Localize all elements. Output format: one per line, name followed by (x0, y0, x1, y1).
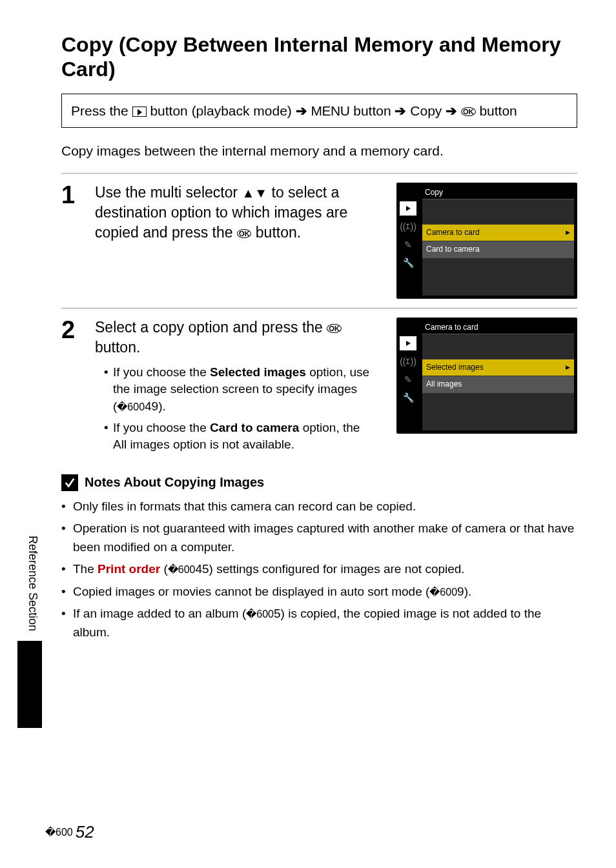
setup-tab-icon: 🔧 (400, 390, 416, 405)
menu-item-camera-to-card: Camera to card▶ (422, 224, 574, 241)
menu-label: MENU (311, 103, 350, 118)
page-title: Copy (Copy Between Internal Memory and M… (61, 32, 577, 82)
bullet-dot: • (104, 419, 108, 454)
n5a: If an image added to an album ( (73, 607, 246, 620)
step-number: 2 (61, 318, 81, 458)
step-2: 2 Select a copy option and press the OK … (61, 318, 577, 458)
intro-text: Copy images between the internal memory … (61, 141, 577, 161)
section-label: Reference Section (26, 536, 39, 631)
retouch-tab-icon: ✎ (400, 372, 416, 387)
setup-tab-icon: 🔧 (400, 256, 416, 270)
ref-icon: �600 (117, 401, 145, 412)
n3a: The (73, 562, 94, 576)
step-number: 1 (61, 183, 81, 299)
step2-text-a: Select a copy option and press the (95, 319, 323, 336)
notes-header: Notes About Copying Images (61, 474, 577, 491)
sub-bullet: • If you choose the Selected images opti… (95, 364, 375, 416)
note-item: • If an image added to an album (�6005) … (61, 605, 577, 641)
retouch-tab-icon: ✎ (400, 237, 416, 252)
arrow-icon: ➔ (296, 103, 307, 118)
ref-icon: �600 (429, 587, 457, 598)
caution-icon (61, 474, 78, 491)
step2-text-b: button. (95, 339, 140, 356)
path-playback: button (playback mode) (150, 103, 291, 118)
b1bold: Selected images (210, 365, 306, 379)
n3bold: Print order (98, 562, 160, 576)
antenna-tab-icon: ((ｴ)) (400, 354, 416, 368)
ok-icon: OK (327, 324, 342, 333)
camera-screen-camera-to-card: ((ｴ)) ✎ 🔧 Camera to card Selected images… (396, 318, 577, 434)
note-item: • Operation is not guaranteed with image… (61, 520, 577, 556)
bullet-dot: • (61, 498, 67, 516)
path-button-1: button (353, 103, 391, 118)
bullet-dot: • (61, 560, 67, 579)
page-footer: �600 52 (45, 822, 94, 842)
b1a: If you choose the (113, 365, 207, 379)
ref-section-icon: �600 (45, 826, 73, 838)
note-item: • The Print order (�60045) settings conf… (61, 560, 577, 579)
antenna-tab-icon: ((ｴ)) (400, 219, 416, 234)
sub-bullet: • If you choose the Card to camera optio… (95, 419, 375, 454)
navigation-path-box: Press the button (playback mode) ➔ MENU … (61, 94, 577, 128)
playback-icon (132, 106, 147, 117)
n3c: 45) settings configured for images are n… (195, 562, 464, 576)
path-press: Press the (71, 103, 128, 118)
path-copy: Copy (410, 103, 442, 118)
ok-icon: OK (461, 107, 476, 116)
section-tab (17, 641, 42, 728)
step-body: Select a copy option and press the OK bu… (95, 318, 382, 458)
b1c: 49). (145, 399, 166, 413)
n4a: Copied images or movies cannot be displa… (73, 585, 429, 598)
arrow-icon: ➔ (395, 103, 406, 118)
b2bold: Card to camera (210, 421, 299, 434)
playback-tab-icon (400, 201, 416, 216)
ref-icon: �600 (168, 564, 196, 575)
playback-tab-icon (400, 336, 416, 350)
step-body: Use the multi selector ▲▼ to select a de… (95, 183, 382, 299)
step-1: 1 Use the multi selector ▲▼ to select a … (61, 183, 577, 299)
note-text: Only files in formats that this camera c… (73, 498, 416, 516)
note-text: Operation is not guaranteed with images … (73, 520, 577, 556)
screen-title: Copy (422, 187, 446, 197)
page-number: 52 (76, 822, 94, 842)
notes-title: Notes About Copying Images (85, 475, 264, 490)
arrow-icon: ➔ (446, 103, 457, 118)
camera-screen-copy: ((ｴ)) ✎ 🔧 Copy Camera to card▶ Card to c… (396, 183, 577, 299)
screen-title: Camera to card (422, 322, 481, 332)
n4b: 9). (457, 585, 471, 598)
divider (61, 173, 577, 174)
note-item: • Copied images or movies cannot be disp… (61, 583, 577, 601)
menu-item-all-images: All images (422, 376, 574, 392)
ref-icon: �600 (246, 609, 274, 620)
divider (61, 308, 577, 308)
up-down-icon: ▲▼ (242, 186, 268, 200)
b2a: If you choose the (113, 421, 207, 434)
svg-marker-0 (406, 206, 411, 211)
step1-text-a: Use the multi selector (95, 184, 238, 201)
bullet-dot: • (104, 364, 108, 416)
path-button-2: button (479, 103, 517, 118)
bullet-dot: • (61, 583, 67, 601)
bullet-dot: • (61, 520, 67, 556)
step1-text-c: button. (256, 224, 301, 241)
menu-item-selected-images: Selected images▶ (422, 359, 574, 376)
svg-marker-1 (406, 341, 411, 346)
note-item: • Only files in formats that this camera… (61, 498, 577, 516)
bullet-dot: • (61, 605, 67, 641)
menu-item-card-to-camera: Card to camera (422, 241, 574, 257)
ok-icon: OK (237, 229, 252, 238)
